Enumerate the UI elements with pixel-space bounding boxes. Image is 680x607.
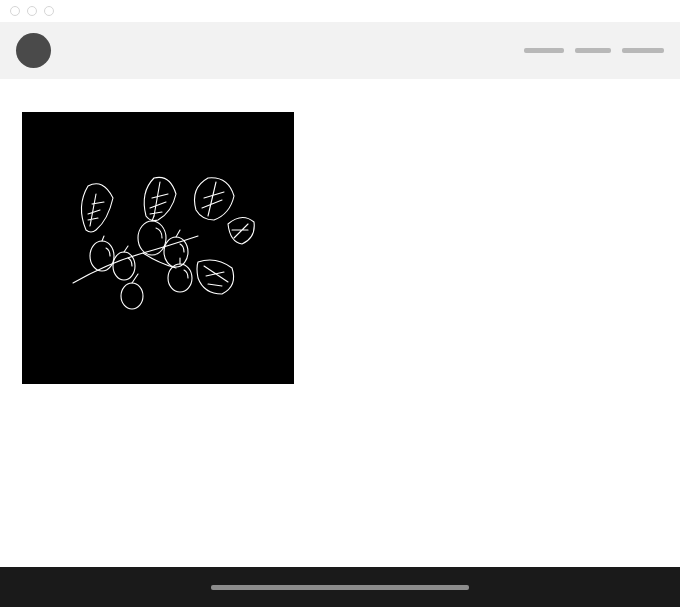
footer-text (211, 585, 469, 590)
nav-link-2[interactable] (575, 48, 611, 53)
nav-link-3[interactable] (622, 48, 664, 53)
avatar[interactable] (16, 33, 51, 68)
nav (524, 48, 664, 53)
maximize-icon[interactable] (44, 6, 54, 16)
botanical-branch-icon (58, 168, 258, 328)
footer (0, 567, 680, 607)
image-card[interactable] (22, 112, 294, 384)
window-titlebar (0, 0, 680, 22)
svg-point-5 (121, 283, 143, 309)
main-content (0, 79, 680, 417)
minimize-icon[interactable] (27, 6, 37, 16)
header (0, 22, 680, 79)
close-icon[interactable] (10, 6, 20, 16)
nav-link-1[interactable] (524, 48, 564, 53)
